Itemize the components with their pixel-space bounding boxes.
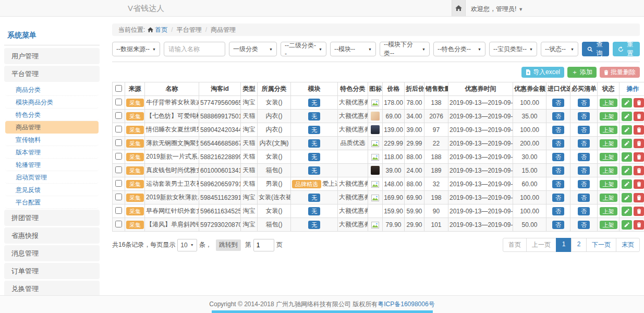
batch-delete-button[interactable]: 批量删除 (600, 67, 640, 78)
add-button[interactable]: ＋ 添加 (567, 67, 597, 78)
filter-select-2[interactable]: --二级分类--▼ (281, 42, 326, 56)
sidebar-item-启动页管理[interactable]: 启动页管理 (5, 171, 99, 184)
row-checkbox[interactable] (115, 221, 122, 227)
delete-button[interactable] (634, 152, 644, 162)
edit-button[interactable] (622, 220, 632, 230)
delete-button[interactable] (634, 112, 644, 121)
mustbuy-toggle-badge[interactable]: 否 (578, 194, 590, 202)
status-button[interactable]: 上架 (600, 194, 617, 202)
edit-button[interactable] (622, 193, 632, 202)
edit-button[interactable] (622, 207, 632, 216)
delete-button[interactable] (634, 125, 644, 135)
mustbuy-toggle-badge[interactable]: 否 (578, 126, 590, 134)
module-badge[interactable]: 品牌精选 (292, 180, 321, 188)
sidebar-item-特色分类[interactable]: 特色分类 (5, 109, 99, 121)
sidebar-item-版本管理[interactable]: 版本管理 (5, 146, 99, 159)
status-button[interactable]: 上架 (600, 99, 617, 107)
module-badge[interactable]: 无 (308, 99, 320, 107)
row-checkbox[interactable] (115, 126, 122, 133)
filter-select-4[interactable]: --模块下分类--▼ (380, 42, 430, 56)
delete-button[interactable] (634, 98, 644, 107)
filter-select-5[interactable]: --特色分类--▼ (433, 42, 485, 56)
mustbuy-toggle-badge[interactable]: 否 (578, 207, 590, 215)
edit-button[interactable] (622, 166, 632, 175)
delete-button[interactable] (634, 179, 644, 189)
sidebar-item-宣传物料[interactable]: 宣传物料 (5, 134, 99, 146)
pager-1[interactable]: 1 (556, 238, 572, 252)
sidebar-item-轮播管理[interactable]: 轮播管理 (5, 159, 99, 171)
pager-下一页[interactable]: 下一页 (586, 238, 616, 252)
row-checkbox[interactable] (115, 112, 122, 119)
sidebar-item-意见反馈[interactable]: 意见反馈 (5, 184, 99, 196)
module-badge[interactable]: 无 (308, 112, 320, 121)
import-toggle-badge[interactable]: 否 (552, 126, 564, 134)
status-button[interactable]: 上架 (600, 112, 617, 121)
edit-button[interactable] (622, 179, 632, 189)
icp-link[interactable]: 粤ICP备16098006号 (378, 300, 434, 309)
sidebar-group-4[interactable]: 消息管理 (4, 245, 100, 261)
sidebar-group-3[interactable]: 省惠快报 (4, 227, 100, 244)
sidebar-group-6[interactable]: 兑换管理 (4, 281, 100, 295)
import-toggle-badge[interactable]: 否 (552, 180, 564, 188)
row-checkbox[interactable] (115, 207, 122, 214)
row-checkbox[interactable] (115, 153, 122, 160)
delete-button[interactable] (634, 139, 644, 148)
module-badge[interactable]: 无 (308, 153, 320, 161)
row-checkbox[interactable] (115, 194, 122, 200)
module-badge[interactable]: 无 (308, 221, 320, 229)
mustbuy-toggle-badge[interactable]: 否 (578, 139, 590, 148)
import-toggle-badge[interactable]: 否 (552, 153, 564, 161)
delete-button[interactable] (634, 193, 644, 202)
module-badge[interactable]: 无 (308, 139, 320, 148)
sidebar-item-商品管理[interactable]: 商品管理 (5, 121, 99, 134)
delete-button[interactable] (634, 207, 644, 216)
edit-button[interactable] (622, 125, 632, 135)
filter-select-6[interactable]: --宝贝类型--▼ (489, 42, 537, 56)
pager-末页[interactable]: 末页 (616, 238, 640, 252)
name-search-input[interactable] (164, 42, 225, 56)
status-button[interactable]: 上架 (600, 139, 617, 148)
mustbuy-toggle-badge[interactable]: 否 (578, 221, 590, 229)
status-button[interactable]: 上架 (600, 153, 617, 161)
jump-button[interactable]: 跳转到 (216, 239, 241, 251)
home-button[interactable] (452, 0, 466, 16)
delete-button[interactable] (634, 220, 644, 230)
mustbuy-toggle-badge[interactable]: 否 (578, 166, 590, 175)
module-badge[interactable]: 无 (308, 126, 320, 134)
status-button[interactable]: 上架 (600, 126, 617, 134)
module-badge[interactable]: 无 (308, 194, 320, 202)
sidebar-group-5[interactable]: 订单管理 (4, 263, 100, 279)
status-button[interactable]: 上架 (600, 180, 617, 188)
status-button[interactable]: 上架 (600, 207, 617, 215)
per-page-select[interactable]: 10▼ (177, 239, 197, 251)
mustbuy-toggle-badge[interactable]: 否 (578, 180, 590, 188)
mustbuy-toggle-badge[interactable]: 否 (578, 99, 590, 107)
sidebar-group-0[interactable]: 用户管理 (4, 48, 100, 64)
import-toggle-badge[interactable]: 否 (552, 112, 564, 121)
edit-button[interactable] (622, 112, 632, 121)
row-checkbox[interactable] (115, 139, 122, 146)
query-button[interactable]: 查询 (582, 42, 609, 56)
reset-button[interactable]: 重置 (613, 42, 640, 56)
sidebar-item-模块商品分类[interactable]: 模块商品分类 (5, 96, 99, 109)
import-toggle-badge[interactable]: 否 (552, 139, 564, 148)
jump-page-input[interactable] (253, 239, 274, 251)
select-all-checkbox[interactable] (115, 85, 122, 92)
edit-button[interactable] (622, 139, 632, 148)
sidebar-group-1[interactable]: 平台管理 (4, 66, 100, 82)
row-checkbox[interactable] (115, 180, 122, 187)
sidebar-item-平台配置[interactable]: 平台配置 (5, 196, 99, 209)
import-toggle-badge[interactable]: 否 (552, 166, 564, 175)
user-menu[interactable]: 欢迎您，管理员!▼ (471, 5, 523, 14)
mustbuy-toggle-badge[interactable]: 否 (578, 112, 590, 121)
sidebar-item-商品分类[interactable]: 商品分类 (5, 83, 99, 96)
row-checkbox[interactable] (115, 166, 122, 173)
module-badge[interactable]: 无 (308, 207, 320, 215)
import-toggle-badge[interactable]: 否 (552, 207, 564, 215)
delete-button[interactable] (634, 166, 644, 175)
row-checkbox[interactable] (115, 99, 122, 105)
status-button[interactable]: 上架 (600, 166, 617, 175)
import-excel-button[interactable]: 导入excel (521, 67, 564, 78)
data-source-select[interactable]: --数据来源--▼ (112, 42, 160, 56)
edit-button[interactable] (622, 98, 632, 107)
